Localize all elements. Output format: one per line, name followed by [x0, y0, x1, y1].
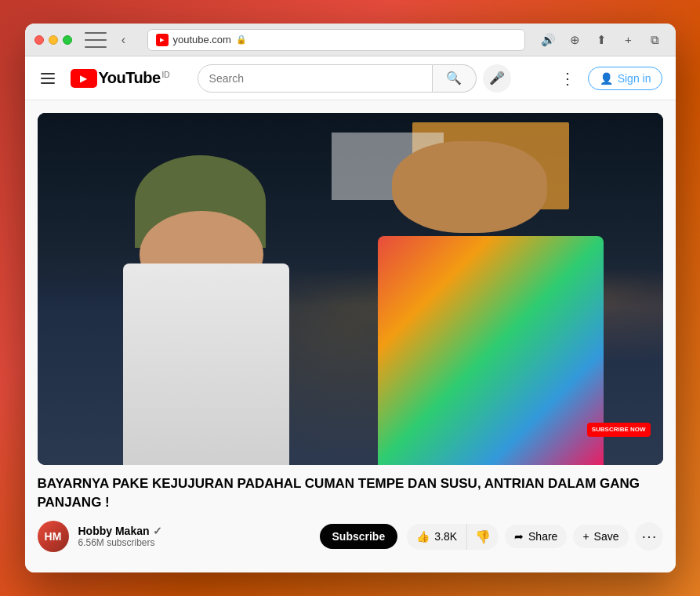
address-text: youtube.com	[173, 34, 231, 45]
site-favicon	[156, 34, 169, 46]
youtube-logo-icon: ▶	[71, 69, 97, 88]
video-thumbnail[interactable]: SUBSCRIBE NOW	[38, 113, 663, 465]
youtube-country-badge: ID	[162, 71, 170, 79]
more-browser-options-icon[interactable]: ⊕	[564, 29, 586, 51]
lock-icon: 🔒	[236, 35, 247, 45]
back-button[interactable]: ‹	[113, 29, 135, 51]
close-button[interactable]	[34, 35, 44, 45]
browser-window: ‹ youtube.com 🔒 🔊 ⊕ ⬆ + ⧉ ▶ YouTube ID	[25, 24, 676, 572]
person-right-face	[392, 141, 547, 233]
channel-row: HM Hobby Makan ✓ 6.56M subscribers Subsc…	[38, 521, 663, 552]
person-right-shirt	[378, 236, 603, 465]
search-button[interactable]: 🔍	[433, 64, 477, 93]
action-buttons: 👍 3.8K 👎 ➦ Share +	[407, 522, 662, 551]
search-input[interactable]	[209, 72, 421, 85]
maximize-button[interactable]	[63, 35, 72, 45]
dislike-icon: 👎	[475, 530, 491, 543]
toolbar-actions: 🔊 ⊕ ⬆ + ⧉	[538, 29, 666, 51]
channel-name: Hobby Makan ✓	[78, 525, 310, 537]
subscribe-overlay: SUBSCRIBE NOW	[587, 423, 651, 437]
channel-info: Hobby Makan ✓ 6.56M subscribers	[78, 525, 310, 548]
youtube-logo-text: YouTube	[99, 69, 161, 87]
avatar-inner: HM	[38, 521, 69, 552]
youtube-logo[interactable]: ▶ YouTube ID	[71, 69, 170, 88]
channel-name-text[interactable]: Hobby Makan	[78, 525, 150, 537]
person-right	[350, 113, 632, 465]
tab-overview-icon[interactable]: ⧉	[644, 29, 666, 51]
search-form: 🔍 🎤	[198, 64, 511, 93]
like-button[interactable]: 👍 3.8K	[407, 524, 467, 550]
minimize-button[interactable]	[49, 35, 58, 45]
like-icon: 👍	[416, 530, 430, 543]
header-right: ⋮ 👤 Sign in	[553, 64, 663, 93]
save-label: Save	[594, 530, 619, 543]
speaker-icon[interactable]: 🔊	[538, 29, 560, 51]
youtube-main-content: SUBSCRIBE NOW BAYARNYA PAKE KEJUJURAN PA…	[25, 100, 676, 572]
traffic-lights	[34, 35, 72, 45]
account-icon: 👤	[600, 72, 613, 85]
person-left	[87, 155, 325, 465]
sign-in-label: Sign in	[618, 72, 651, 85]
video-container: SUBSCRIBE NOW BAYARNYA PAKE KEJUJURAN PA…	[25, 100, 676, 558]
address-bar[interactable]: youtube.com 🔒	[147, 29, 525, 51]
dislike-button[interactable]: 👎	[467, 524, 499, 550]
search-icon: 🔍	[446, 71, 462, 85]
save-icon: +	[582, 530, 589, 543]
new-tab-icon[interactable]: +	[618, 29, 640, 51]
sign-in-button[interactable]: 👤 Sign in	[588, 67, 663, 90]
search-input-wrapper	[198, 64, 433, 93]
youtube-header: ▶ YouTube ID 🔍 🎤 ⋮ 👤 Sign in	[25, 56, 676, 100]
more-actions-button[interactable]: ⋯	[635, 522, 663, 551]
sidebar-toggle-icon[interactable]	[85, 32, 107, 48]
mic-button[interactable]: 🎤	[483, 64, 511, 93]
share-icon: ➦	[514, 530, 524, 543]
save-button[interactable]: + Save	[573, 525, 628, 548]
mic-icon: 🎤	[489, 71, 505, 85]
channel-avatar[interactable]: HM	[38, 521, 69, 552]
share-button[interactable]: ➦ Share	[505, 525, 567, 548]
like-count: 3.8K	[434, 530, 457, 543]
hamburger-menu-button[interactable]	[38, 70, 58, 87]
more-options-button[interactable]: ⋮	[553, 64, 582, 93]
like-dislike-group: 👍 3.8K 👎	[407, 524, 499, 550]
share-label: Share	[528, 530, 557, 543]
thumbnail-background: SUBSCRIBE NOW	[38, 113, 663, 465]
share-browser-icon[interactable]: ⬆	[591, 29, 613, 51]
subscriber-count: 6.56M subscribers	[78, 537, 310, 548]
person-left-shirt	[123, 263, 289, 465]
video-info: BAYARNYA PAKE KEJUJURAN PADAHAL CUMAN TE…	[38, 465, 663, 559]
subscribe-channel-button[interactable]: Subscribe	[320, 524, 398, 549]
verified-badge-icon: ✓	[153, 525, 162, 537]
more-actions-icon: ⋯	[641, 527, 657, 546]
title-bar: ‹ youtube.com 🔒 🔊 ⊕ ⬆ + ⧉	[25, 24, 676, 56]
video-title: BAYARNYA PAKE KEJUJURAN PADAHAL CUMAN TE…	[38, 474, 663, 512]
